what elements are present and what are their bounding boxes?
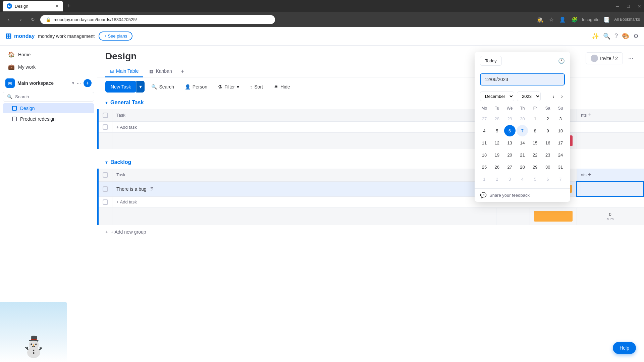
refresh-button[interactable]: ↻	[28, 15, 38, 24]
workspace-header[interactable]: M Main workspace ▾ ··· +	[0, 76, 97, 90]
dp-day-3-w0[interactable]: 3	[555, 113, 566, 124]
invite-button[interactable]: Invite / 2	[586, 52, 623, 64]
dp-day-11-w2[interactable]: 11	[479, 137, 490, 148]
dp-day-5-w1[interactable]: 5	[491, 125, 503, 136]
dp-day-25-w4[interactable]: 25	[479, 161, 490, 173]
sparkle-icon[interactable]: ✨	[592, 33, 599, 40]
filter-button[interactable]: ⚗ Filter ▾	[214, 82, 243, 92]
dp-day-7-w5[interactable]: 7	[555, 173, 566, 185]
workspace-more-icon[interactable]: ···	[77, 80, 81, 86]
dp-day-20-w3[interactable]: 20	[504, 149, 516, 161]
dp-day-9-w1[interactable]: 9	[542, 125, 553, 136]
dp-day-26-w4[interactable]: 26	[491, 161, 503, 173]
sidebar-item-my-work[interactable]: 💼 My work	[3, 61, 94, 73]
all-bookmarks[interactable]: All Bookmarks	[614, 17, 640, 22]
backlog-row-checkbox[interactable]	[103, 186, 108, 192]
dp-day-17-w2[interactable]: 17	[555, 137, 566, 148]
dp-day-19-w3[interactable]: 19	[491, 149, 503, 161]
dp-day-5-w5[interactable]: 5	[529, 173, 541, 185]
sidebar-item-design[interactable]: Design	[3, 103, 94, 113]
dp-day-10-w1[interactable]: 10	[555, 125, 566, 136]
star-icon[interactable]: ☆	[548, 15, 555, 24]
bookmarks-icon[interactable]: 📑	[602, 15, 611, 24]
dp-clock-icon[interactable]: 🕐	[558, 58, 565, 64]
back-button[interactable]: ‹	[4, 15, 13, 24]
dp-next-button[interactable]: ›	[559, 92, 565, 101]
person-button[interactable]: 👤 Person	[181, 82, 211, 92]
dp-day-29-w0[interactable]: 29	[504, 113, 516, 124]
dp-today-button[interactable]: Today	[480, 56, 502, 66]
board-more-button[interactable]: ···	[626, 54, 636, 63]
add-tab-button[interactable]: +	[178, 67, 187, 76]
dp-day-21-w3[interactable]: 21	[517, 149, 528, 161]
dp-day-13-w2[interactable]: 13	[504, 137, 516, 148]
dp-day-15-w2[interactable]: 15	[529, 137, 541, 148]
dp-day-23-w3[interactable]: 23	[542, 149, 553, 161]
tab-close-icon[interactable]: ✕	[55, 3, 59, 9]
backlog-select-all[interactable]	[103, 172, 108, 178]
see-plans-button[interactable]: + See plans	[99, 32, 132, 41]
general-checkbox-header[interactable]	[98, 109, 112, 122]
dp-day-16-w2[interactable]: 16	[542, 137, 553, 148]
dp-day-27-w0[interactable]: 27	[479, 113, 490, 124]
general-add-col-button[interactable]: +	[588, 112, 592, 119]
add-group-button[interactable]: + + Add new group	[97, 225, 644, 239]
dp-day-28-w4[interactable]: 28	[517, 161, 528, 173]
forward-button[interactable]: ›	[16, 15, 25, 24]
close-window-icon[interactable]: ✕	[638, 4, 641, 9]
backlog-toggle[interactable]: ▾	[105, 160, 108, 165]
dp-day-30-w4[interactable]: 30	[542, 161, 553, 173]
dp-day-7-w1[interactable]: 7	[517, 125, 528, 136]
backlog-add-col-button[interactable]: +	[588, 171, 592, 178]
dp-day-24-w3[interactable]: 24	[555, 149, 566, 161]
minimize-icon[interactable]: ─	[616, 4, 619, 9]
dp-day-4-w5[interactable]: 4	[517, 173, 528, 185]
settings-icon[interactable]: ⚙	[633, 33, 639, 40]
backlog-checkbox-header[interactable]	[98, 169, 112, 181]
dp-day-30-w0[interactable]: 30	[517, 113, 528, 124]
help-button[interactable]: Help	[613, 342, 636, 354]
address-bar[interactable]: 🔒 moodjoy.monday.com/boards/1830420525/	[40, 15, 275, 24]
profile-icon[interactable]: 👤	[558, 15, 567, 24]
dp-day-27-w4[interactable]: 27	[504, 161, 516, 173]
dp-day-3-w5[interactable]: 3	[504, 173, 516, 185]
sidebar-item-home[interactable]: 🏠 Home	[3, 49, 94, 60]
dp-day-4-w1[interactable]: 4	[479, 125, 490, 136]
dp-day-6-w1[interactable]: 6	[504, 125, 516, 136]
browser-tab[interactable]: M Design ✕	[3, 1, 63, 11]
hide-button[interactable]: 👁 Hide	[270, 82, 294, 92]
general-toggle[interactable]: ▾	[105, 100, 108, 105]
help-header-icon[interactable]: ?	[614, 33, 618, 40]
dp-month-select[interactable]: December	[480, 92, 514, 101]
backlog-add-checkbox[interactable]	[103, 199, 108, 205]
palette-icon[interactable]: 🎨	[622, 33, 629, 40]
dp-day-18-w3[interactable]: 18	[479, 149, 490, 161]
dp-day-8-w1[interactable]: 8	[529, 125, 541, 136]
dp-day-22-w3[interactable]: 22	[529, 149, 541, 161]
new-tab-button[interactable]: +	[64, 1, 73, 11]
dp-year-select[interactable]: 2023	[517, 92, 541, 101]
general-select-all[interactable]	[103, 113, 108, 118]
sidebar-add-button[interactable]: +	[84, 79, 92, 87]
dp-day-2-w5[interactable]: 2	[491, 173, 503, 185]
backlog-date-cell[interactable]	[577, 181, 644, 196]
extensions-icon[interactable]: 🧩	[570, 15, 579, 24]
sidebar-search[interactable]: 🔍 Search	[3, 92, 94, 102]
dp-feedback[interactable]: 💬 Share your feedback	[475, 188, 570, 202]
dp-prev-button[interactable]: ‹	[550, 92, 556, 101]
general-row-checkbox[interactable]	[103, 124, 108, 130]
new-task-dropdown[interactable]: ▾	[136, 81, 145, 93]
dp-day-12-w2[interactable]: 12	[491, 137, 503, 148]
backlog-task-name[interactable]: There is a bug ⏱	[112, 181, 496, 196]
dp-day-6-w5[interactable]: 6	[542, 173, 553, 185]
sort-button[interactable]: ↕ Sort	[246, 82, 267, 92]
new-task-button[interactable]: New Task	[105, 81, 136, 93]
dp-day-29-w4[interactable]: 29	[529, 161, 541, 173]
dp-day-28-w0[interactable]: 28	[491, 113, 503, 124]
dp-date-input[interactable]	[480, 73, 565, 85]
dp-day-31-w4[interactable]: 31	[555, 161, 566, 173]
dp-day-1-w5[interactable]: 1	[479, 173, 490, 185]
tab-kanban[interactable]: ▦ Kanban	[145, 66, 176, 77]
dp-day-2-w0[interactable]: 2	[542, 113, 553, 124]
search-button[interactable]: 🔍 Search	[147, 82, 178, 92]
